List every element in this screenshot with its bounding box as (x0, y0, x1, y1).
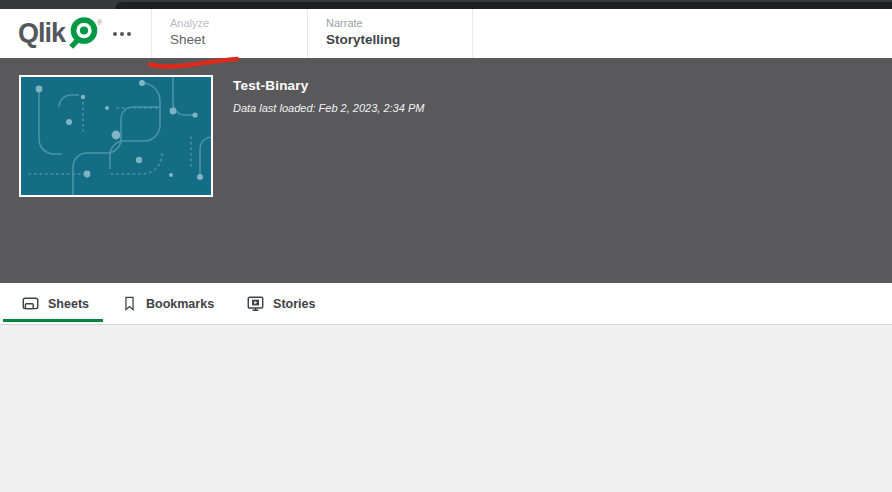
nav-eyebrow: Analyze (170, 16, 307, 31)
tab-label: Bookmarks (146, 297, 214, 311)
top-navbar: Qlik ® Analyze Sheet Narrate Storytellin… (0, 9, 892, 58)
bookmark-icon (122, 295, 137, 312)
app-thumbnail[interactable] (19, 75, 213, 197)
nav-tab-analyze-sheet[interactable]: Analyze Sheet (152, 9, 307, 58)
app-meta: Test-Binary Data last loaded: Feb 2, 202… (233, 78, 424, 114)
sheets-icon (22, 295, 39, 312)
registered-mark: ® (97, 19, 102, 26)
nav-label: Storytelling (326, 31, 472, 49)
nav-eyebrow: Narrate (326, 16, 472, 31)
tab-label: Sheets (48, 297, 89, 311)
nav-label: Sheet (170, 31, 307, 49)
app-hub-header: Test-Binary Data last loaded: Feb 2, 202… (0, 58, 892, 283)
tab-sheets[interactable]: Sheets (3, 283, 103, 324)
tab-stories[interactable]: Stories (228, 283, 329, 324)
more-menu-icon[interactable] (111, 26, 133, 42)
app-last-loaded: Data last loaded: Feb 2, 2023, 2:34 PM (233, 102, 424, 114)
nav-divider (472, 9, 473, 58)
sheets-content-area (0, 325, 892, 492)
nav-tab-narrate-storytelling[interactable]: Narrate Storytelling (308, 9, 472, 58)
hub-tabbar: Sheets Bookmarks Stories (0, 283, 892, 325)
stories-icon (247, 295, 264, 312)
browser-chrome-strip (0, 0, 892, 9)
app-title: Test-Binary (233, 78, 424, 93)
browser-tab-edge (115, 2, 892, 9)
tab-label: Stories (273, 297, 315, 311)
qlik-wordmark: Qlik (18, 20, 65, 47)
tab-bookmarks[interactable]: Bookmarks (103, 283, 228, 324)
qlik-q-icon (68, 14, 99, 56)
active-tab-indicator (3, 319, 103, 323)
qlik-logo[interactable]: Qlik ® (0, 9, 151, 58)
